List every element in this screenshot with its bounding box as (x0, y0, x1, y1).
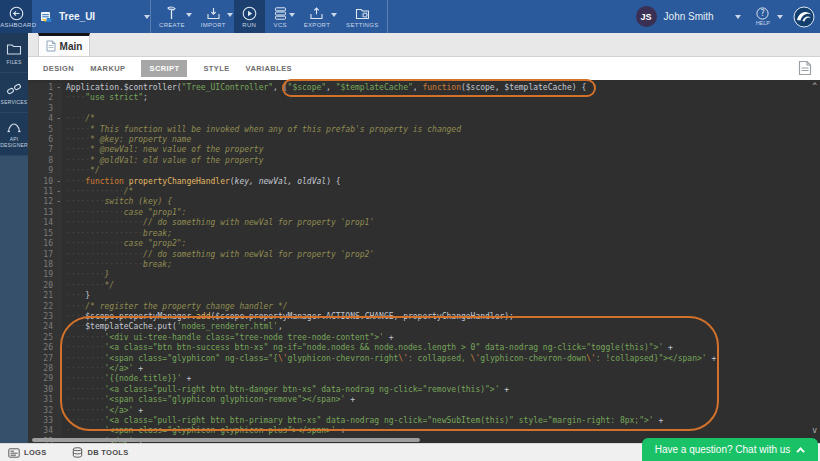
chevron-down-icon (331, 13, 337, 17)
topbar-item-create[interactable]: CREATE (151, 0, 193, 33)
subtab-variables[interactable]: VARIABLES (246, 64, 292, 73)
bottombar-item-db-tools[interactable]: DB TOOLS (72, 447, 128, 458)
line-number[interactable]: 17 (28, 250, 62, 260)
app-window: DASHBOARD Tree_UI CREATEIMPORTRUNVCSEXPO… (0, 0, 820, 461)
line-number[interactable]: 1- (28, 83, 62, 93)
line-number[interactable]: 26 (28, 343, 62, 353)
code-lines: 1-Application.$controller("Tree_UIContro… (28, 80, 820, 443)
line-number[interactable]: 16 (28, 239, 62, 249)
code-text: ·····* @key: property name (66, 135, 191, 145)
line-number[interactable]: 7 (28, 145, 62, 155)
line-number[interactable]: 32 (28, 406, 62, 416)
code-text: ····$templateCache.put('nodes_renderer.h… (66, 322, 283, 332)
line-number[interactable]: 29 (28, 374, 62, 384)
subtab-style[interactable]: STYLE (203, 64, 229, 73)
topbar-item-run[interactable]: RUN (234, 0, 265, 33)
chevron-up-icon (797, 447, 805, 455)
fold-marker-icon[interactable]: - (56, 177, 61, 187)
line-number[interactable]: 2 (28, 93, 62, 103)
dashboard-button[interactable]: DASHBOARD (0, 0, 32, 33)
sidebar-item-label: SERVICES (1, 99, 28, 105)
line-number[interactable]: 30 (28, 385, 62, 395)
line-number[interactable]: 18 (28, 260, 62, 270)
line-number[interactable]: 23 (28, 312, 62, 322)
line-number[interactable]: 5 (28, 125, 62, 135)
line-number[interactable]: 10- (28, 177, 62, 187)
scroll-down-icon[interactable]: v (812, 426, 817, 435)
user-menu-caret-icon[interactable] (735, 15, 741, 19)
line-number[interactable]: 20 (28, 281, 62, 291)
line-number[interactable]: 31 (28, 395, 62, 405)
line-number[interactable]: 21 (28, 291, 62, 301)
subtab-design[interactable]: DESIGN (43, 64, 74, 73)
topbar-item-vcs[interactable]: VCS (265, 0, 296, 33)
dashboard-back-icon (9, 6, 24, 21)
project-icon (40, 10, 53, 23)
chevron-down-icon (289, 13, 295, 17)
line-number[interactable]: 19 (28, 270, 62, 280)
fold-marker-icon[interactable]: - (56, 187, 61, 197)
code-line: 10-····function propertyChangeHandler(ke… (28, 177, 820, 187)
subtab-script[interactable]: SCRIPT (141, 60, 187, 77)
line-number[interactable]: 24 (28, 322, 62, 332)
logs-icon (8, 448, 20, 458)
user-avatar[interactable]: JS (636, 6, 657, 27)
code-text: ············case "prop2": (66, 239, 186, 249)
line-number[interactable]: 28 (28, 364, 62, 374)
line-number[interactable]: 12- (28, 197, 62, 207)
save-file-icon[interactable] (798, 60, 812, 76)
line-number[interactable]: 6 (28, 135, 62, 145)
code-line: 4-····/* (28, 114, 820, 124)
line-number[interactable]: 33 (28, 416, 62, 426)
line-number[interactable]: 11- (28, 187, 62, 197)
code-text: ············/* (66, 187, 133, 197)
code-line: 28········'</a>' + (28, 364, 820, 374)
line-number[interactable]: 25 (28, 333, 62, 343)
chevron-down-icon (227, 13, 233, 17)
tab-main-label: Main (60, 41, 83, 52)
code-line: 11-············/* (28, 187, 820, 197)
code-line: 24····$templateCache.put('nodes_renderer… (28, 322, 820, 332)
scroll-up-icon[interactable]: ^ (812, 82, 817, 91)
topbar-item-export[interactable]: EXPORT (296, 0, 338, 33)
help-button[interactable]: ? HELP (756, 7, 770, 26)
line-number[interactable]: 13 (28, 208, 62, 218)
topbar-item-label: SETTINGS (346, 22, 378, 28)
sidebar-item-services[interactable]: SERVICES (0, 73, 28, 113)
fold-marker-icon[interactable]: - (56, 114, 61, 124)
tab-main[interactable]: Main (38, 33, 90, 56)
code-line: 16············case "prop2": (28, 239, 820, 249)
sidebar-item-label: API DESIGNER (0, 136, 28, 148)
horizontal-scrollbar-thumb[interactable] (32, 438, 420, 442)
sidebar-item-api-designer[interactable]: API DESIGNER (0, 113, 28, 156)
code-text: ·····* @newVal: new value of the propert… (66, 145, 263, 155)
chat-widget-button[interactable]: Have a question? Chat with us (642, 438, 818, 461)
line-number[interactable]: 9 (28, 166, 62, 176)
line-number[interactable]: 14 (28, 218, 62, 228)
fold-marker-icon[interactable]: - (56, 197, 61, 207)
help-icon: ? (756, 7, 769, 20)
sidebar-item-files[interactable]: FILES (0, 33, 28, 73)
line-number[interactable]: 3 (28, 104, 62, 114)
wavemaker-logo-icon[interactable] (793, 6, 815, 28)
dashboard-label: DASHBOARD (0, 22, 36, 28)
line-number[interactable]: 34 (28, 426, 62, 436)
line-number[interactable]: 22 (28, 302, 62, 312)
bottombar-item-logs[interactable]: LOGS (8, 448, 46, 458)
project-switcher[interactable]: Tree_UI (32, 0, 150, 33)
subtab-markup[interactable]: MARKUP (90, 64, 125, 73)
topbar-divider (387, 0, 388, 33)
topbar-item-import[interactable]: IMPORT (193, 0, 234, 33)
code-line: 15················break; (28, 229, 820, 239)
code-line: 12-········switch (key) { (28, 197, 820, 207)
fold-marker-icon[interactable]: - (56, 83, 61, 93)
line-number[interactable]: 4- (28, 114, 62, 124)
line-number[interactable]: 15 (28, 229, 62, 239)
topbar-item-settings[interactable]: SETTINGS (338, 0, 386, 33)
help-caret-icon[interactable] (777, 15, 783, 19)
chat-label: Have a question? Chat with us (655, 444, 791, 455)
chevron-down-icon (186, 13, 192, 17)
line-number[interactable]: 27 (28, 354, 62, 364)
line-number[interactable]: 8 (28, 156, 62, 166)
code-editor[interactable]: 1-Application.$controller("Tree_UIContro… (28, 80, 820, 443)
